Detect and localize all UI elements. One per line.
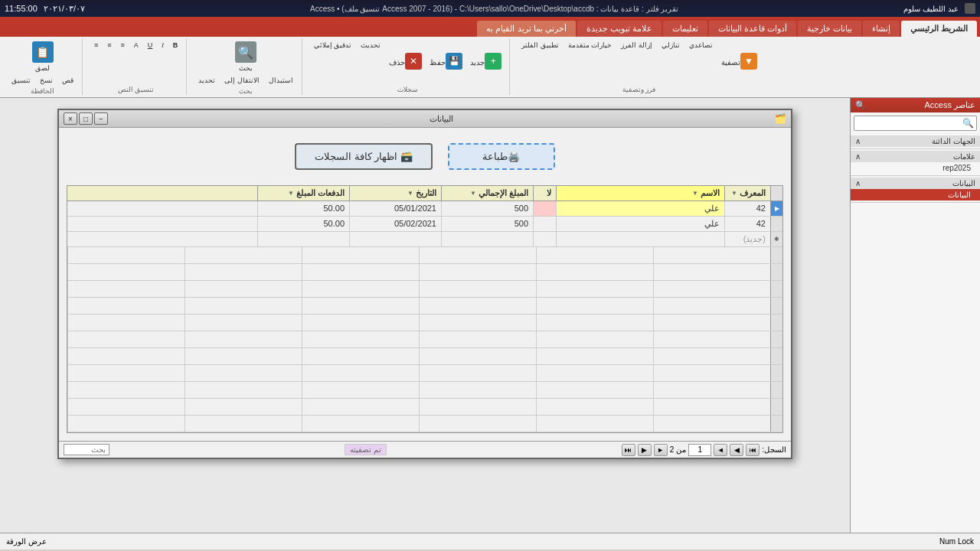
nav-first-button[interactable]: ⏮ <box>746 444 760 456</box>
cell-total-2: 500 <box>441 217 533 231</box>
advanced-options-button[interactable]: خيارات متقدمة <box>564 40 616 84</box>
new-record-button[interactable]: + جديد <box>467 40 505 84</box>
new-cell-date <box>349 232 441 246</box>
creditors-section-header[interactable]: الجهات الدائنة ∧ <box>851 135 980 147</box>
tab-create[interactable]: إنشاء <box>863 21 900 37</box>
panel-section-creditors: الجهات الدائنة ∧ <box>851 134 980 149</box>
align-left-button[interactable]: ≡ <box>90 40 102 84</box>
taskbar-right: ٢٠٢١/٠٣/٠٧ 11:55:00 <box>5 4 85 14</box>
find-label: بحث <box>239 86 253 95</box>
remove-sort-button[interactable]: إزالة الفرز <box>617 40 656 84</box>
nav-prev-step-button[interactable]: ◄ <box>714 444 727 456</box>
creditors-label: الجهات الدائنة <box>932 137 975 145</box>
replace-button[interactable]: استبدال <box>265 75 297 86</box>
col-header-payments[interactable]: الدفعات المبلغ ▼ <box>257 186 349 201</box>
total-pages: 2 <box>670 445 675 454</box>
tab-help[interactable]: تعليمات <box>663 21 707 37</box>
col-header-date[interactable]: التاريخ ▼ <box>349 186 441 201</box>
ascending-button[interactable]: تصاعدي <box>685 40 717 84</box>
refresh-button[interactable]: تحديث <box>357 40 384 84</box>
tab-db-tools[interactable]: أدوات قاعدة البيانات <box>709 21 796 37</box>
new-cell-id: (جديد) <box>724 232 770 246</box>
cell-total-1: 500 <box>441 201 533 216</box>
panel-search[interactable]: 🔍 <box>854 116 977 131</box>
search-input[interactable] <box>64 444 109 455</box>
panel-item-rep2025[interactable]: rep2025 <box>851 162 980 174</box>
bold-button[interactable]: B <box>169 40 182 84</box>
sort-filter-label: فرز وتصفية <box>622 84 656 93</box>
record-label: السجل: <box>762 445 786 454</box>
ribbon-content: 📋 لصق قص نسخ تنسيق الحافظة B I U A ≡ ≡ ≡ <box>0 37 980 98</box>
table-row[interactable]: 42 علي 500 05/02/2021 50.00 <box>67 217 782 232</box>
empty-row <box>67 365 782 382</box>
apply-filter-button[interactable]: تطبيق الفلتر <box>518 40 563 84</box>
nav-prev-button[interactable]: ◀ <box>730 444 743 456</box>
nav-next-step-button[interactable]: ► <box>654 444 668 456</box>
copy-button[interactable]: نسخ <box>36 75 57 86</box>
empty-row <box>67 298 782 315</box>
save-record-button[interactable]: 💾 حفظ <box>426 40 466 84</box>
col-header-name[interactable]: الاسم ▼ <box>556 186 724 201</box>
close-button[interactable]: × <box>64 112 77 125</box>
print-button[interactable]: 🖨️طباعة <box>448 143 555 170</box>
row-selector-2 <box>770 217 782 231</box>
filter-button[interactable]: ▼ تصفية <box>718 40 760 84</box>
spell-button[interactable]: تدقيق إملائي <box>310 40 356 84</box>
cell-id-2: 42 <box>724 217 770 231</box>
paste-icon: 📋 <box>32 41 54 63</box>
show-all-button[interactable]: 🗃️ اظهار كافة السجلات <box>295 143 433 170</box>
taskbar-time: 11:55:00 <box>5 4 38 13</box>
new-cell-payments <box>257 232 349 246</box>
delete-record-button[interactable]: ✕ حذف <box>386 40 425 84</box>
sort-icon-name: ▼ <box>692 190 698 197</box>
col-header-id[interactable]: المعرف ▼ <box>724 186 770 201</box>
cell-flag-2 <box>533 217 556 231</box>
tab-home[interactable]: الشريط الرئيسي <box>901 21 977 37</box>
search-icon[interactable]: 🔍 <box>855 100 866 110</box>
goto-button[interactable]: الانتقال إلى <box>220 75 263 86</box>
group-text-format: B I U A ≡ ≡ ≡ تنسيق النص <box>86 38 187 95</box>
tab-new[interactable]: علامة تبويب جديدة <box>577 21 662 37</box>
taskbar-title: تقرير فلتر : قاعدة بيانات : C:\Users\sal… <box>85 5 903 13</box>
col-header-total[interactable]: المبلغ الإجمالي ▼ <box>441 186 533 201</box>
empty-row <box>67 331 782 348</box>
table-row[interactable]: ▶ 42 علي 500 05/01/2021 50.00 <box>67 201 782 217</box>
panel-section-data: البيانات ∧ البيانات <box>851 176 980 203</box>
marks-section-header[interactable]: علامات ∧ <box>851 151 980 162</box>
align-right-button[interactable]: ≡ <box>117 40 129 84</box>
main-layout: × □ − البيانات 🗂️ 🖨️طباعة 🗃️ اظهار كافة … <box>0 98 980 533</box>
new-record-row[interactable]: ✱ (جديد) <box>67 232 782 247</box>
select-button[interactable]: تحديد <box>194 75 219 86</box>
nav-next-button[interactable]: ▶ <box>638 444 652 456</box>
taskbar-app-icon[interactable] <box>965 3 975 14</box>
cut-button[interactable]: قص <box>58 75 77 86</box>
find-button[interactable]: 🔍 بحث <box>232 40 260 73</box>
minimize-button[interactable]: − <box>94 112 108 125</box>
font-color-button[interactable]: A <box>130 40 142 84</box>
center-content: × □ − البيانات 🗂️ 🖨️طباعة 🗃️ اظهار كافة … <box>0 98 850 533</box>
row-selector-header <box>770 186 782 201</box>
maximize-button[interactable]: □ <box>79 112 93 125</box>
empty-row <box>67 315 782 331</box>
underline-button[interactable]: U <box>144 40 157 84</box>
empty-row <box>67 416 782 432</box>
data-section-header[interactable]: البيانات ∧ <box>851 178 980 189</box>
empty-row <box>67 382 782 399</box>
page-number-input[interactable] <box>688 444 711 456</box>
tab-external[interactable]: بيانات خارجية <box>798 21 861 37</box>
empty-row <box>67 247 782 264</box>
dialog-title-right: 🗂️ <box>775 113 786 124</box>
panel-item-data[interactable]: البيانات <box>851 189 980 201</box>
chevron-down-icon: ∧ <box>855 137 861 145</box>
save-icon: 💾 <box>446 53 462 70</box>
tab-tell-me[interactable]: أخرني بما تريد القيام به <box>477 21 575 37</box>
empty-rows <box>67 247 782 432</box>
align-center-button[interactable]: ≡ <box>103 40 115 84</box>
format-button[interactable]: تنسيق <box>8 75 34 86</box>
paste-button[interactable]: 📋 لصق <box>29 40 57 73</box>
nav-last-button[interactable]: ⏭ <box>622 444 635 456</box>
descending-button[interactable]: تنازلي <box>658 40 684 84</box>
italic-button[interactable]: I <box>158 40 168 84</box>
col-header-flag[interactable]: لا <box>533 186 556 201</box>
sort-icon-payments: ▼ <box>288 190 294 197</box>
